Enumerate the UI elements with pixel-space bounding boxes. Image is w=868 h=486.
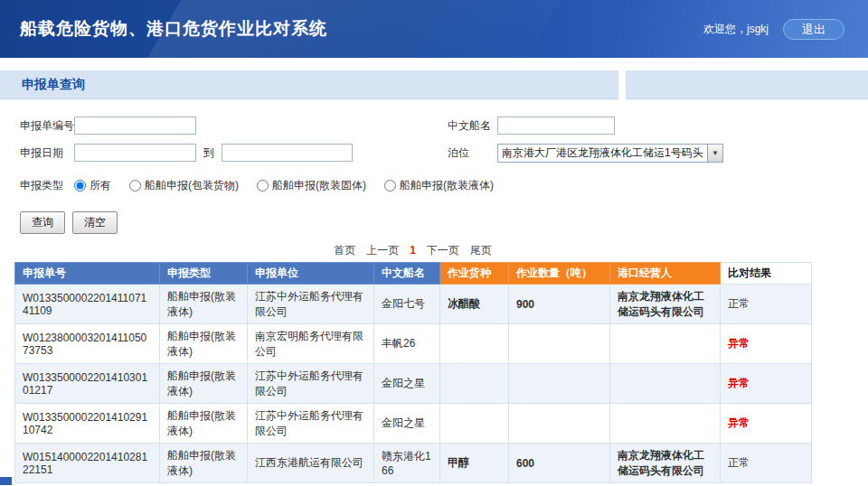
footer-marker xyxy=(0,477,12,485)
table-row: W012380000320141105073753 船舶申报(散装液体) 南京宏… xyxy=(15,324,812,364)
radio-bulk-solid[interactable]: 船舶申报(散装固体) xyxy=(257,178,366,193)
cell-declare-type: 船舶申报(散装液体) xyxy=(160,364,248,404)
radio-bulk-solid-label: 船舶申报(散装固体) xyxy=(272,178,366,193)
cell-quantity xyxy=(509,324,610,364)
page: 船载危险货物、港口危货作业比对系统 欢迎您，jsgkj 退出 申报单查询 申报单… xyxy=(0,0,868,486)
header-right: 欢迎您，jsgkj 退出 xyxy=(703,19,844,40)
app-title: 船载危险货物、港口危货作业比对系统 xyxy=(20,17,327,41)
cell-declaration-no: W013350000220141029110742 xyxy=(15,404,160,444)
radio-all-label: 所有 xyxy=(90,178,111,193)
table-header-row: 申报单号 申报类型 申报单位 中文船名 作业货种 作业数量（吨） 港口经营人 比… xyxy=(15,263,812,285)
form-row-1: 申报单编号 中文船名 xyxy=(20,112,868,139)
cell-declare-type: 船舶申报(散装液体) xyxy=(160,324,248,364)
radio-all-input[interactable] xyxy=(74,180,86,192)
cell-quantity: 900 xyxy=(509,285,610,324)
header-cargo-type: 作业货种 xyxy=(440,263,509,285)
form-row-2-right: 泊位 南京港大厂港区龙翔液体化工储运1号码头 ▼ xyxy=(448,139,723,166)
declaration-no-label: 申报单编号 xyxy=(20,118,74,134)
cell-cargo-type: 甲醇 xyxy=(440,444,509,483)
cell-declare-type: 船舶申报(散装液体) xyxy=(160,444,248,483)
berth-selected-value: 南京港大厂港区龙翔液体化工储运1号码头 xyxy=(498,145,703,161)
cell-port-operator xyxy=(610,404,721,444)
cell-quantity xyxy=(509,404,610,444)
declare-type-radio-group: 所有 船舶申报(包装货物) 船舶申报(散装固体) 船舶申报(散装液体) xyxy=(74,178,494,193)
cell-declaration-no: W012380000320141105073753 xyxy=(15,324,160,364)
radio-bulk-solid-input[interactable] xyxy=(257,180,269,192)
page-prev-link[interactable]: 上一页 xyxy=(366,244,399,257)
cell-port-operator xyxy=(610,324,721,364)
ship-name-input[interactable] xyxy=(497,117,615,135)
logout-button[interactable]: 退出 xyxy=(783,19,844,40)
cell-compare-result: 异常 xyxy=(721,324,812,364)
app-header: 船载危险货物、港口危货作业比对系统 欢迎您，jsgkj 退出 xyxy=(0,0,868,58)
cell-quantity: 600 xyxy=(509,444,610,483)
berth-select[interactable]: 南京港大厂港区龙翔液体化工储运1号码头 ▼ xyxy=(497,144,723,163)
header-compare-result: 比对结果 xyxy=(721,263,812,285)
ship-name-label: 中文船名 xyxy=(448,118,497,134)
declaration-no-input[interactable] xyxy=(74,117,196,135)
declare-type-label: 申报类型 xyxy=(20,178,74,193)
radio-packaged-label: 船舶申报(包装货物) xyxy=(145,178,239,193)
radio-all[interactable]: 所有 xyxy=(74,178,111,193)
table-row: W015140000220141028122151 船舶申报(散装液体) 江西东… xyxy=(15,444,812,483)
page-last-link[interactable]: 尾页 xyxy=(470,244,492,257)
cell-ship-name: 金阳之星 xyxy=(374,404,440,444)
berth-label: 泊位 xyxy=(448,145,497,161)
cell-compare-result: 正常 xyxy=(721,444,812,483)
date-to-label: 到 xyxy=(203,145,214,161)
clear-button[interactable]: 清空 xyxy=(72,211,118,234)
header-declare-type: 申报类型 xyxy=(160,263,248,285)
cell-declare-unit: 江西东港航运有限公司 xyxy=(248,444,374,483)
form-row-3: 申报类型 所有 船舶申报(包装货物) 船舶申报(散装固体) 船舶申报(散装液体) xyxy=(20,172,868,199)
header-gap xyxy=(0,58,868,70)
tab-declaration-query[interactable]: 申报单查询 xyxy=(0,70,618,99)
cell-ship-name: 丰帆26 xyxy=(374,324,440,364)
chevron-down-icon[interactable]: ▼ xyxy=(707,145,722,162)
radio-packaged[interactable]: 船舶申报(包装货物) xyxy=(129,178,239,193)
cell-declare-unit: 江苏中外运船务代理有限公司 xyxy=(248,404,374,444)
results-table: 申报单号 申报类型 申报单位 中文船名 作业货种 作业数量（吨） 港口经营人 比… xyxy=(14,262,812,483)
table-row: W013350000220141029110742 船舶申报(散装液体) 江苏中… xyxy=(15,404,812,444)
cell-declaration-no: W013350000220141030101217 xyxy=(15,364,160,404)
page-first-link[interactable]: 首页 xyxy=(334,244,355,257)
header-declaration-no: 申报单号 xyxy=(15,263,160,285)
cell-cargo-type xyxy=(440,324,509,364)
cell-ship-name: 赣东港化166 xyxy=(374,444,440,483)
date-from-input[interactable] xyxy=(74,144,196,162)
cell-ship-name: 金阳七号 xyxy=(374,285,440,324)
cell-port-operator xyxy=(610,364,721,404)
form-buttons: 查询 清空 xyxy=(20,211,868,234)
cell-compare-result: 正常 xyxy=(721,285,812,324)
radio-bulk-liquid-input[interactable] xyxy=(384,180,396,192)
cell-ship-name: 金阳之星 xyxy=(374,364,440,404)
header-declare-unit: 申报单位 xyxy=(248,263,374,285)
page-next-link[interactable]: 下一页 xyxy=(427,244,459,257)
radio-packaged-input[interactable] xyxy=(129,180,141,192)
date-to-input[interactable] xyxy=(222,144,353,162)
cell-declaration-no: W015140000220141028122151 xyxy=(15,444,160,483)
cell-compare-result: 异常 xyxy=(721,364,812,404)
search-button[interactable]: 查询 xyxy=(20,211,65,234)
welcome-text: 欢迎您，jsgkj xyxy=(703,22,769,37)
cell-declare-unit: 江苏中外运船务代理有限公司 xyxy=(248,285,374,324)
tab-strip-divider xyxy=(618,70,626,99)
cell-quantity xyxy=(509,364,610,404)
cell-declare-unit: 南京宏明船务代理有限公司 xyxy=(248,324,374,364)
pagination-top: 首页上一页1下一页尾页 xyxy=(14,243,811,258)
tab-label: 申报单查询 xyxy=(0,77,85,93)
page-current: 1 xyxy=(410,244,416,257)
table-row: W013350000220141030101217 船舶申报(散装液体) 江苏中… xyxy=(15,364,812,404)
header-ship-name: 中文船名 xyxy=(374,263,440,285)
table-row: W013350000220141107141109 船舶申报(散装液体) 江苏中… xyxy=(15,285,812,324)
tab-strip: 申报单查询 xyxy=(0,70,868,99)
form-row-1-right: 中文船名 xyxy=(448,112,615,139)
radio-bulk-liquid[interactable]: 船舶申报(散装液体) xyxy=(384,178,494,193)
cell-port-operator: 南京龙翔液体化工储运码头有限公司 xyxy=(610,285,721,324)
cell-cargo-type xyxy=(440,364,509,404)
header-port-operator: 港口经营人 xyxy=(610,263,721,285)
cell-cargo-type: 冰醋酸 xyxy=(440,285,509,324)
query-form: 申报单编号 中文船名 申报日期 到 泊位 南京港大厂港区龙翔液体化工储运1号码头… xyxy=(0,99,868,234)
cell-declare-type: 船舶申报(散装液体) xyxy=(160,404,248,444)
declare-date-label: 申报日期 xyxy=(20,145,74,161)
tab-strip-right xyxy=(626,70,868,99)
